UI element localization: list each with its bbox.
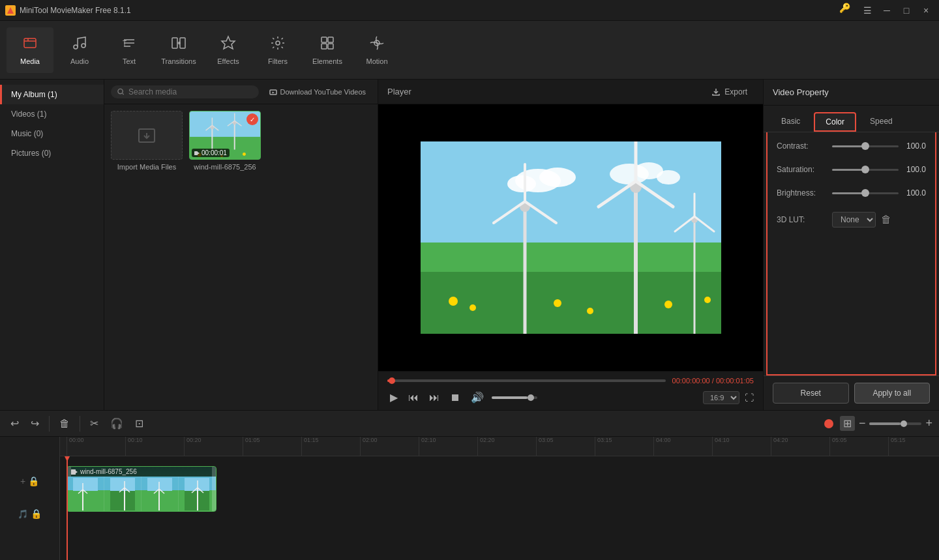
- wind-mill-thumb: 00:00:01 ✓: [189, 111, 261, 160]
- clip-frame-4: [179, 477, 216, 511]
- svg-marker-0: [7, 7, 14, 14]
- lut-delete-button[interactable]: 🗑: [881, 214, 891, 226]
- zoom-controls: ⊞ − +: [824, 416, 932, 431]
- sidebar-item-music[interactable]: Music (0): [0, 124, 104, 143]
- delete-button[interactable]: 🗑: [55, 416, 74, 432]
- toolbar-label-motion: Motion: [366, 57, 387, 65]
- undo-button[interactable]: ↩: [7, 415, 23, 432]
- clip-end-handle[interactable]: [212, 467, 216, 511]
- clip-header: wind-mill-6875_256: [67, 467, 216, 477]
- import-label: Import Media Files: [117, 163, 176, 171]
- toolbar-item-effects[interactable]: Effects: [205, 27, 252, 73]
- menu-button[interactable]: ☰: [859, 3, 875, 18]
- toolbar-item-audio[interactable]: Audio: [56, 27, 103, 73]
- seekbar[interactable]: [387, 379, 666, 382]
- maximize-button[interactable]: □: [899, 3, 914, 18]
- search-icon: [117, 88, 125, 96]
- sidebar-item-videos[interactable]: Videos (1): [0, 104, 104, 124]
- ruler-mark-10: 04:00: [653, 437, 712, 456]
- svg-rect-67: [73, 478, 98, 491]
- ruler: 00:00 00:10 00:20 01:05 01:15 02:00 02:1…: [60, 437, 939, 456]
- tab-color[interactable]: Color: [814, 112, 856, 132]
- play-button[interactable]: ▶: [387, 390, 400, 405]
- redo-button[interactable]: ↪: [27, 415, 43, 432]
- ruler-mark-11: 04:10: [712, 437, 771, 456]
- lut-label: 3D LUT:: [777, 215, 832, 224]
- volume-button[interactable]: 🔊: [468, 390, 486, 405]
- wind-mill-media-item[interactable]: 00:00:01 ✓ wind-mill-6875_256: [189, 111, 261, 404]
- toolbar-label-transitions: Transitions: [161, 57, 196, 65]
- volume-slider[interactable]: [492, 396, 537, 399]
- fullscreen-button[interactable]: ⛶: [745, 392, 754, 403]
- player-video: [378, 104, 763, 371]
- import-media-item[interactable]: Import Media Files: [111, 111, 183, 404]
- ruler-mark-3: 01:05: [243, 437, 301, 456]
- aspect-ratio-select[interactable]: 16:9 9:16 1:1 4:3: [703, 391, 739, 404]
- zoom-out-button[interactable]: −: [859, 417, 866, 430]
- zoom-in-button[interactable]: +: [925, 417, 932, 430]
- svg-point-14: [118, 89, 123, 93]
- lut-select[interactable]: None: [832, 212, 876, 228]
- volume-thumb: [528, 394, 534, 401]
- property-tabs: Basic Color Speed: [764, 106, 939, 132]
- svg-rect-10: [328, 37, 333, 42]
- track-add-button[interactable]: ⊞: [840, 416, 855, 431]
- toolbar-item-elements[interactable]: Elements: [304, 27, 351, 73]
- tab-speed[interactable]: Speed: [859, 112, 904, 132]
- player-title: Player: [387, 87, 411, 96]
- svg-marker-7: [222, 37, 235, 49]
- ruler-mark-6: 02:10: [419, 437, 477, 456]
- sidebar-item-pictures[interactable]: Pictures (0): [0, 143, 104, 163]
- contrast-slider[interactable]: [832, 145, 899, 147]
- content-area: My Album (1) Videos (1) Music (0) Pictur…: [0, 80, 939, 410]
- cut-button[interactable]: ✂: [86, 415, 102, 432]
- frame-preview-1: [73, 478, 98, 510]
- toolbar-item-filters[interactable]: Filters: [254, 27, 301, 73]
- toolbar-item-transitions[interactable]: Transitions: [155, 27, 202, 73]
- export-icon: [711, 87, 721, 96]
- tab-basic[interactable]: Basic: [770, 112, 811, 132]
- saturation-slider[interactable]: [832, 169, 899, 171]
- sidebar: My Album (1) Videos (1) Music (0) Pictur…: [0, 80, 104, 410]
- property-panel-header: Video Property: [764, 80, 939, 106]
- svg-point-59: [449, 297, 458, 306]
- lock-video-track-button[interactable]: 🔒: [28, 476, 39, 486]
- lock-audio-track-button[interactable]: 🔒: [31, 508, 42, 519]
- volume-fill: [492, 396, 528, 399]
- zoom-slider[interactable]: [869, 422, 921, 425]
- audio-separate-button[interactable]: 🎧: [106, 415, 127, 432]
- add-video-track-button[interactable]: +: [20, 476, 25, 486]
- toolbar-item-media[interactable]: Media: [7, 27, 53, 73]
- ruler-mark-12: 04:20: [771, 437, 829, 456]
- export-button[interactable]: Export: [705, 85, 754, 99]
- svg-rect-68: [73, 491, 98, 510]
- lut-row: 3D LUT: None 🗑: [777, 212, 926, 228]
- sidebar-item-my-album[interactable]: My Album (1): [0, 85, 104, 104]
- download-youtube-button[interactable]: Download YouTube Videos: [264, 86, 372, 98]
- video-clip[interactable]: wind-mill-6875_256: [67, 466, 216, 512]
- next-frame-button[interactable]: ⏭: [426, 391, 442, 405]
- seekbar-row: 00:00:00:00 / 00:00:01:05: [387, 377, 754, 385]
- search-input[interactable]: [128, 87, 252, 96]
- record-indicator: [824, 419, 833, 428]
- crop-button[interactable]: ⊡: [131, 415, 147, 432]
- apply-to-all-button[interactable]: Apply to all: [854, 383, 931, 404]
- toolbar-item-motion[interactable]: Motion: [353, 27, 400, 73]
- toolbar-item-text[interactable]: T Text: [106, 27, 153, 73]
- prev-frame-button[interactable]: ⏮: [406, 391, 421, 405]
- stop-button[interactable]: ⏹: [447, 391, 463, 405]
- add-audio-track-button[interactable]: 🎵: [18, 509, 28, 519]
- saturation-label: Saturation:: [777, 165, 832, 174]
- close-button[interactable]: ×: [918, 3, 934, 18]
- ruler-mark-5: 02:00: [360, 437, 419, 456]
- minimize-button[interactable]: ─: [879, 3, 895, 18]
- search-input-wrap[interactable]: [111, 85, 259, 98]
- toolbar-label-effects: Effects: [217, 57, 239, 65]
- timeline-body: + 🔒 🎵 🔒 00:00 00:10 00:20 01:05: [0, 437, 939, 560]
- brightness-thumb: [861, 189, 869, 197]
- reset-button[interactable]: Reset: [773, 383, 849, 404]
- svg-point-41: [657, 170, 680, 184]
- app-icon: [5, 5, 16, 16]
- media-panel: Download YouTube Videos Import Media Fil…: [104, 80, 378, 410]
- brightness-slider[interactable]: [832, 192, 899, 194]
